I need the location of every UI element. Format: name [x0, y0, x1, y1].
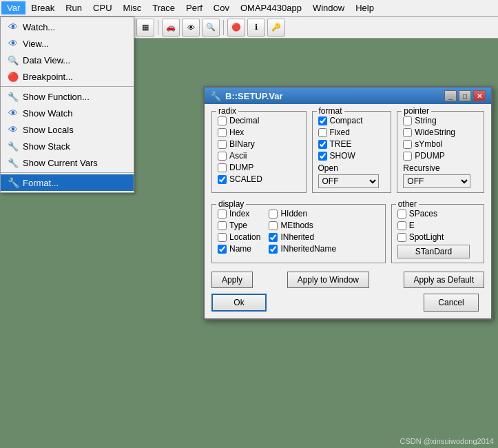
ok-button[interactable]: Ok: [211, 294, 267, 312]
menu-window[interactable]: Window: [307, 1, 350, 14]
watch-icon: 👁: [6, 21, 20, 32]
display-inherited-checkbox[interactable]: [269, 233, 278, 242]
toolbar-btn-8[interactable]: 🚗: [162, 19, 180, 37]
toolbar-btn-7[interactable]: ▦: [136, 19, 154, 37]
radix-binary-label: BINary: [229, 139, 255, 149]
apply-default-button[interactable]: Apply as Default: [404, 272, 484, 288]
toolbar-btn-11[interactable]: 🔴: [227, 19, 245, 37]
menu-item-showfunc[interactable]: 🔧 Show Function...: [1, 88, 134, 105]
radix-scaled-checkbox[interactable]: [218, 175, 227, 184]
display-name-checkbox[interactable]: [218, 245, 227, 254]
dialog-titlebar: 🔧 B::SETUP.Var _ □ ✕: [205, 88, 491, 104]
display-type-checkbox[interactable]: [218, 221, 227, 230]
display-hidden-checkbox[interactable]: [269, 210, 278, 218]
menu-omap[interactable]: OMAP4430app: [235, 1, 307, 14]
radix-hex-label: Hex: [229, 128, 244, 137]
menu-item-format-label: Format...: [23, 178, 59, 188]
menu-item-watch[interactable]: 👁 Watch...: [1, 19, 134, 35]
radix-binary-checkbox[interactable]: [218, 140, 227, 149]
pointer-symbol-checkbox[interactable]: [403, 140, 412, 149]
pointer-string-checkbox[interactable]: [403, 116, 412, 125]
menu-item-showstack[interactable]: 🔧 Show Stack: [1, 138, 134, 154]
toolbar-btn-10[interactable]: 🔍: [202, 19, 220, 37]
maximize-button[interactable]: □: [459, 90, 471, 101]
display-index: Index: [218, 209, 260, 218]
display-col-left: Index Type Location Name: [218, 209, 260, 256]
radix-scaled-label: SCALED: [229, 174, 262, 184]
other-spaces-label: SPaces: [409, 209, 437, 218]
display-location-checkbox[interactable]: [218, 233, 227, 242]
menu-perf[interactable]: Perf: [180, 1, 208, 14]
menu-help[interactable]: Help: [350, 1, 380, 14]
menu-item-showlocals-label: Show Locals: [23, 125, 74, 135]
menu-cov[interactable]: Cov: [208, 1, 235, 14]
minimize-button[interactable]: _: [444, 90, 457, 101]
format-tree-checkbox[interactable]: [318, 140, 327, 149]
menu-misc[interactable]: Misc: [118, 1, 147, 14]
radix-dump-checkbox[interactable]: [218, 163, 227, 172]
radix-decimal-checkbox[interactable]: [218, 116, 227, 125]
menu-item-breakpoint[interactable]: 🔴 Breakpoint...: [1, 68, 134, 85]
menu-item-showcurrentvars[interactable]: 🔧 Show Current Vars: [1, 154, 134, 171]
close-button[interactable]: ✕: [473, 90, 486, 101]
format-show-label: SHOW: [330, 151, 355, 161]
apply-window-button[interactable]: Apply to Window: [287, 272, 369, 288]
standard-button[interactable]: STanDard: [397, 245, 470, 258]
toolbar-btn-9[interactable]: 👁: [182, 19, 200, 37]
dialog-setup-var: 🔧 B::SETUP.Var _ □ ✕ radix Decimal Hex: [203, 86, 492, 320]
display-type-label: Type: [229, 221, 247, 230]
radix-decimal: Decimal: [218, 116, 300, 125]
recursive-group: Recursive OFF ON: [403, 163, 478, 188]
recursive-select[interactable]: OFF ON: [403, 174, 470, 188]
menu-separator-2: [1, 172, 134, 173]
menu-item-showlocals[interactable]: 👁 Show Locals: [1, 121, 134, 138]
menu-var[interactable]: Var: [1, 1, 25, 14]
display-group: display Index Type Location: [211, 204, 386, 263]
pointer-pdump-label: PDUMP: [415, 151, 444, 161]
other-spotlight: SpotLight: [397, 232, 478, 242]
menu-item-view[interactable]: 👁 View...: [1, 35, 134, 52]
display-index-checkbox[interactable]: [218, 210, 227, 218]
menu-trace[interactable]: Trace: [147, 1, 180, 14]
menu-item-showwatch[interactable]: 👁 Show Watch: [1, 105, 134, 121]
pointer-widestring-checkbox[interactable]: [403, 128, 412, 137]
display-methods-checkbox[interactable]: [269, 221, 278, 230]
pointer-group: pointer String WideString sYmbol PDUMP: [397, 111, 484, 193]
other-spotlight-checkbox[interactable]: [397, 233, 406, 242]
radix-label: radix: [216, 106, 238, 116]
open-select[interactable]: OFF ON: [318, 174, 379, 188]
menu-break[interactable]: Break: [25, 1, 60, 14]
menu-cpu[interactable]: CPU: [87, 1, 117, 14]
pointer-pdump-checkbox[interactable]: [403, 152, 412, 161]
menu-item-dataview-label: Data View...: [23, 55, 70, 65]
other-spotlight-label: SpotLight: [409, 232, 444, 242]
display-inheritedname-checkbox[interactable]: [269, 245, 278, 254]
radix-ascii-checkbox[interactable]: [218, 152, 227, 161]
display-inheritedname-label: INheritedName: [280, 244, 336, 254]
other-spaces: SPaces: [397, 209, 478, 218]
menu-item-showfunc-label: Show Function...: [23, 92, 90, 102]
menu-run[interactable]: Run: [60, 1, 87, 14]
other-spaces-checkbox[interactable]: [397, 210, 406, 218]
format-show-checkbox[interactable]: [318, 152, 327, 161]
display-methods-label: MEthods: [280, 221, 313, 230]
top-group-row: radix Decimal Hex BINary Ascii: [211, 111, 484, 193]
display-name-label: Name: [229, 244, 251, 254]
radix-hex-checkbox[interactable]: [218, 128, 227, 137]
display-location-label: Location: [229, 232, 260, 242]
toolbar-btn-13[interactable]: 🔑: [267, 19, 285, 37]
format-label: format: [317, 106, 344, 116]
menu-item-dataview[interactable]: 🔍 Data View...: [1, 52, 134, 68]
format-fixed-checkbox[interactable]: [318, 128, 327, 137]
format-compact-checkbox[interactable]: [318, 116, 327, 125]
dialog-content: radix Decimal Hex BINary Ascii: [205, 104, 491, 318]
ok-cancel-row: Ok Cancel: [211, 294, 484, 312]
menu-item-format[interactable]: 🔧 Format...: [1, 174, 134, 191]
other-e-checkbox[interactable]: [397, 221, 406, 230]
cancel-button[interactable]: Cancel: [424, 294, 479, 312]
apply-button[interactable]: Apply: [211, 272, 253, 288]
menu-item-showstack-label: Show Stack: [23, 141, 70, 152]
toolbar-btn-12[interactable]: ℹ: [247, 19, 265, 37]
menu-item-showcurrentvars-label: Show Current Vars: [23, 158, 98, 168]
toolbar-sep-3: [158, 20, 158, 35]
